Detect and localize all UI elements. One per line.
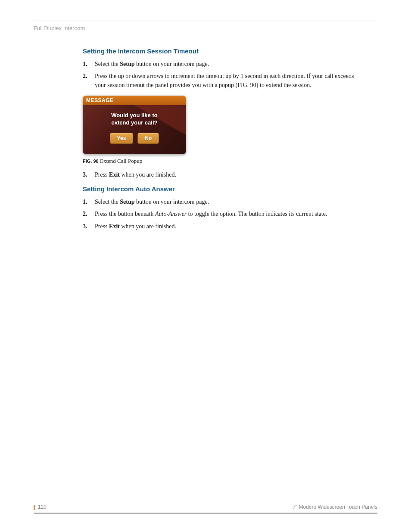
exit-word: Exit [109,223,120,230]
header-breadcrumb: Full Duplex Intercom [34,25,85,31]
page-footer: 120 7" Modero Widescreen Touch Panels [34,504,377,514]
section-heading-autoanswer: Setting Intercom Auto Answer [83,185,358,193]
step-text: when you are finished. [120,223,176,230]
step-text: Press [95,223,109,230]
footer-marker-icon [34,505,35,510]
extend-call-popup: MESSAGE Would you like to extend your ca… [83,96,186,154]
footer-left: 120 [34,504,47,510]
list-item: Press the up or down arrows to increment… [83,72,358,90]
popup-title: MESSAGE [83,96,186,105]
step-text: Press the button beneath [95,211,155,217]
list-item: Press Exit when you are finished. [83,171,358,179]
section-heading-timeout: Setting the Intercom Session Timeout [83,47,358,55]
popup-body: Would you like to extend your call? Yes … [83,105,186,154]
step-text: Press [95,171,109,178]
main-content: Setting the Intercom Session Timeout Sel… [83,47,358,237]
step-text: to toggle the option. The button indicat… [187,211,327,217]
list-item: Select the Setup button on your intercom… [83,198,358,206]
step-text: when you are finished. [120,171,176,178]
header-rule [34,21,377,21]
figure-label: FIG. 90 [83,159,99,164]
popup-line2: extend your call? [112,119,158,126]
step-text: button on your intercom page. [135,61,209,67]
timeout-steps-list: Select the Setup button on your intercom… [83,60,358,90]
footer-title: 7" Modero Widescreen Touch Panels [293,504,377,510]
no-button[interactable]: No [137,133,159,144]
figure-caption: FIG. 90 Extend Call Popup [83,158,358,165]
popup-button-row: Yes No [88,133,181,144]
autoanswer-word: Auto-Answer [155,211,187,217]
setup-word: Setup [120,199,134,205]
list-item: Select the Setup button on your intercom… [83,60,358,68]
list-item: Press the button beneath Auto-Answer to … [83,210,358,218]
figure-popup: MESSAGE Would you like to extend your ca… [83,96,358,154]
yes-button[interactable]: Yes [110,133,134,144]
popup-message: Would you like to extend your call? [88,112,181,127]
autoanswer-steps-list: Select the Setup button on your intercom… [83,198,358,231]
figure-caption-text: Extend Call Popup [100,158,142,164]
step-text: Select the [95,199,120,205]
timeout-steps-list-cont: Press Exit when you are finished. [83,171,358,179]
step-text: Press the up or down arrows to increment… [95,73,354,88]
setup-word: Setup [120,61,134,67]
popup-line1: Would you like to [111,112,157,118]
list-item: Press Exit when you are finished. [83,222,358,231]
exit-word: Exit [109,171,120,178]
page-number: 120 [38,504,47,510]
step-text: Select the [95,61,120,67]
step-text: button on your intercom page. [135,199,209,205]
